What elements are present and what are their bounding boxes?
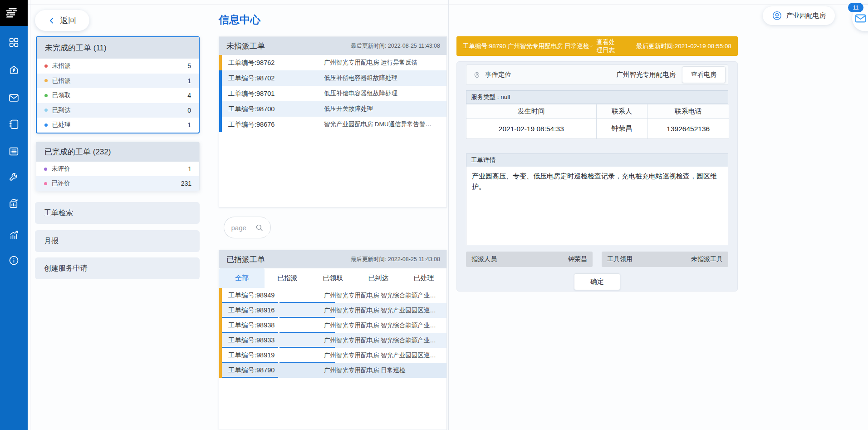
order-desc: 广州智光专用配电房 智光综合能源产业… (324, 321, 444, 330)
contact-name-value: 钟荣昌 (596, 119, 647, 139)
order-desc: 广州智光专用配电房 智光产业园园区巡… (324, 306, 444, 315)
unassigned-orders-panel: 未指派工单 最后更新时间: 2022-08-25 11:43:08 工单编号:9… (219, 36, 447, 208)
order-detail-banner: 工单编号:98790 广州智光专用配电房 日常巡检 查看处理日志 最后更新时间:… (456, 36, 738, 56)
view-process-log-link[interactable]: 查看处理日志 (589, 38, 619, 54)
order-row[interactable]: 工单编号:98700 低压开关故障处理 (219, 101, 446, 117)
incomplete-orders-title: 未完成的工单 (11) (45, 43, 107, 53)
incomplete-orders-header[interactable]: 未完成的工单 (11) (37, 37, 199, 59)
status-row-processed[interactable]: 已处理 1 (37, 118, 199, 133)
chevron-left-icon (48, 17, 56, 25)
priority-bar (219, 333, 222, 348)
back-button[interactable]: 返回 (35, 10, 89, 31)
occur-time-value: 2021-02-19 08:54:33 (466, 119, 597, 139)
status-label: 已评价 (52, 179, 70, 188)
status-dot (44, 182, 47, 185)
contact-table-header-row: 发生时间 联系人 联系电话 (466, 104, 729, 119)
nav-apps-grid-icon[interactable] (0, 35, 28, 50)
status-row-arrived[interactable]: 已到达 0 (37, 103, 199, 118)
confirm-button[interactable]: 确定 (574, 273, 620, 290)
event-location-value: 广州智光专用配电房 (617, 70, 676, 79)
sidebar-item-monthly-report[interactable]: 月报 (35, 230, 200, 252)
page-title: 信息中心 (219, 13, 260, 27)
order-id: 工单编号:98938 (228, 321, 275, 330)
priority-bar (219, 86, 222, 101)
tab-claimed[interactable]: 已领取 (310, 268, 355, 288)
tab-arrived[interactable]: 已到达 (356, 268, 401, 288)
assignment-bars: 指派人员 钟荣昌 工具领用 未指派工具 (466, 252, 728, 267)
status-row-assigned[interactable]: 已指派 1 (37, 74, 199, 89)
left-panel-divider (30, 0, 30, 430)
nav-info-icon[interactable] (0, 252, 28, 268)
tools-bar[interactable]: 工具领用 未指派工具 (602, 252, 728, 267)
nav-list-icon[interactable] (0, 143, 28, 159)
order-id: 工单编号:98700 (228, 105, 275, 114)
view-process-log-label: 查看处理日志 (596, 38, 618, 54)
completed-orders-card: 已完成的工单 (232) 未评价 1 已评价 231 (36, 142, 200, 191)
assigned-orders-header: 已指派工单 最后更新时间: 2022-08-25 11:43:08 (219, 250, 446, 268)
assignee-bar[interactable]: 指派人员 钟荣昌 (466, 252, 593, 267)
status-dot (44, 94, 48, 97)
page-search-input[interactable] (231, 224, 250, 232)
sidebar-item-order-search[interactable]: 工单检索 (35, 202, 200, 224)
assigned-updated-time: 最后更新时间: 2022-08-25 11:43:08 (351, 256, 440, 263)
order-id: 工单编号:98949 (228, 291, 275, 300)
search-icon[interactable] (255, 223, 264, 232)
order-row[interactable]: 工单编号:98933 广州智光专用配电房 智光综合能源产业… (219, 333, 446, 348)
nav-home-icon[interactable] (0, 62, 28, 77)
priority-bar (219, 55, 222, 70)
status-count: 1 (187, 77, 191, 84)
order-row[interactable]: 工单编号:98676 智光产业园配电房 DMU通信异常告警… (219, 117, 446, 132)
order-row[interactable]: 工单编号:98938 广州智光专用配电房 智光综合能源产业… (219, 318, 446, 333)
nav-wrench-icon[interactable] (0, 168, 28, 184)
order-row-selected[interactable]: 工单编号:98790 广州智光专用配电房 日常巡检 (219, 363, 446, 378)
status-label: 已处理 (52, 121, 71, 129)
order-row[interactable]: 工单编号:98916 广州智光专用配电房 智光产业园园区巡… (219, 303, 446, 318)
priority-bar (219, 117, 222, 132)
tab-processed[interactable]: 已处理 (401, 268, 446, 288)
assigned-orders-title: 已指派工单 (226, 254, 265, 265)
status-dot (44, 124, 48, 127)
tab-all[interactable]: 全部 (219, 268, 265, 288)
status-label: 未评价 (52, 165, 70, 173)
app-logo[interactable] (0, 0, 28, 26)
priority-bar (219, 348, 222, 363)
nav-mail-icon[interactable] (0, 90, 28, 105)
confirm-row: 确定 (466, 273, 728, 290)
status-row-unassigned[interactable]: 未指派 5 (37, 59, 199, 74)
status-row-claimed[interactable]: 已领取 4 (37, 88, 199, 103)
order-desc: 广州智光专用配电房 智光综合能源产业… (324, 336, 444, 345)
order-desc: 广州智光专用配电房 智光产业园园区巡… (324, 351, 444, 360)
status-count: 5 (187, 62, 191, 69)
nav-trend-chart-icon[interactable] (0, 227, 28, 242)
order-row[interactable]: 工单编号:98701 低压补偿电容器组故障处理 (219, 86, 446, 101)
sidebar-item-create-service-request[interactable]: 创建服务申请 (35, 257, 200, 279)
incomplete-orders-card: 未完成的工单 (11) 未指派 5 已指派 1 已领取 4 已到达 0 已处理 … (36, 36, 200, 133)
user-icon (772, 10, 782, 21)
nav-notebook-icon[interactable] (0, 116, 28, 132)
status-label: 已到达 (52, 106, 71, 114)
order-details-band: 工单详情 (466, 153, 728, 167)
current-user-button[interactable]: 产业园配电房 (763, 6, 835, 25)
order-row[interactable]: 工单编号:98949 广州智光专用配电房 智光综合能源产业… (219, 288, 446, 303)
col-contact-name: 联系人 (596, 104, 647, 119)
completed-orders-header[interactable]: 已完成的工单 (232) (36, 142, 199, 162)
tab-assigned[interactable]: 已指派 (265, 268, 310, 288)
order-row[interactable]: 工单编号:98762 广州智光专用配电房 运行异常反馈 (219, 55, 446, 70)
contact-phone-value: 13926452136 (647, 119, 729, 139)
completed-orders-title: 已完成的工单 (232) (44, 147, 111, 157)
page-search-box (224, 217, 271, 238)
order-row[interactable]: 工单编号:98702 低压补偿电容器组故障处理 (219, 70, 446, 86)
status-label: 已领取 (52, 91, 71, 99)
tools-label: 工具领用 (607, 255, 633, 263)
middle-panel-divider (448, 0, 449, 430)
nav-report-chart-icon[interactable] (0, 196, 28, 211)
status-row-unrated[interactable]: 未评价 1 (36, 162, 199, 176)
status-dot (44, 109, 48, 112)
view-power-room-button[interactable]: 查看电房 (682, 66, 726, 83)
order-desc: 智光产业园配电房 DMU通信异常告警… (324, 120, 444, 129)
link-label: 创建服务申请 (44, 264, 88, 273)
status-count: 231 (181, 180, 191, 187)
back-label: 返回 (60, 15, 76, 26)
order-row[interactable]: 工单编号:98919 广州智光专用配电房 智光产业园园区巡… (219, 348, 446, 363)
status-row-rated[interactable]: 已评价 231 (36, 176, 199, 191)
